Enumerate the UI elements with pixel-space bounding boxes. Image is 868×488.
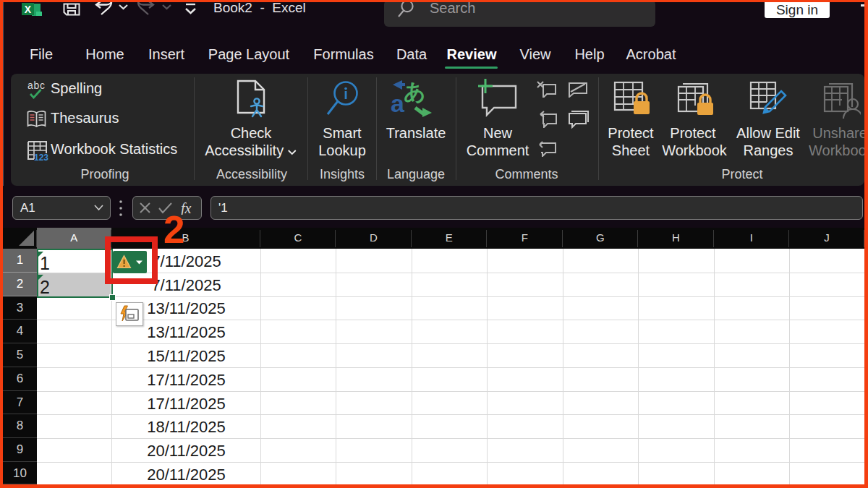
svg-text:あ: あ (404, 80, 426, 104)
svg-text:123: 123 (34, 153, 48, 161)
svg-text:a: a (391, 90, 405, 117)
svg-text:abc: abc (27, 80, 45, 91)
svg-text:X: X (25, 4, 32, 15)
